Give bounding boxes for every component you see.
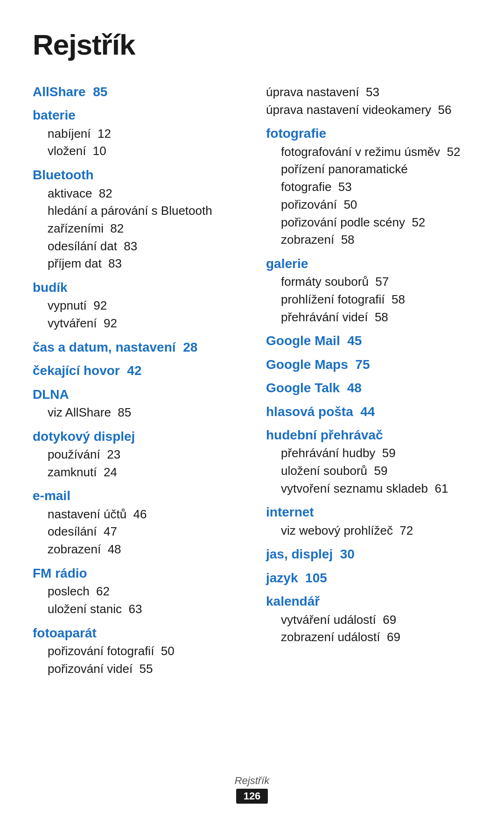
index-entry: internetviz webový prohlížeč 72 xyxy=(266,504,471,539)
index-entry: DLNAviz AllShare 85 xyxy=(33,386,238,422)
entry-items: úprava nastavení 53úprava nastavení vide… xyxy=(266,84,471,119)
index-entry: jazyk 105 xyxy=(266,570,471,587)
entry-header: Google Mail 45 xyxy=(266,332,471,349)
entry-header: jazyk 105 xyxy=(266,570,471,587)
entry-item: úprava nastavení videokamery 56 xyxy=(266,101,471,119)
index-entry: dotykový displejpoužívání 23zamknutí 24 xyxy=(33,428,238,481)
page-title: Rejstřík xyxy=(33,28,471,61)
entry-items: viz webový prohlížeč 72 xyxy=(281,522,471,540)
entry-items: vytváření událostí 69zobrazení událostí … xyxy=(281,611,471,646)
entry-item: pořizování fotografií 50 xyxy=(48,643,238,660)
index-entry: baterienabíjení 12vložení 10 xyxy=(33,107,238,160)
entry-item: odesílání 47 xyxy=(48,523,238,541)
footer-label: Rejstřík xyxy=(0,775,504,787)
entry-header: fotoaparát xyxy=(33,625,238,642)
entry-item: prohlížení fotografií 58 xyxy=(281,291,471,309)
entry-header: Google Maps 75 xyxy=(266,356,471,373)
footer-pagenum: 126 xyxy=(236,789,268,804)
entry-items: nastavení účtů 46odesílání 47zobrazení 4… xyxy=(48,506,238,558)
index-entry: jas, displej 30 xyxy=(266,546,471,563)
entry-header: dotykový displej xyxy=(33,428,238,445)
entry-item: nastavení účtů 46 xyxy=(48,506,238,523)
index-entry: čekající hovor 42 xyxy=(33,362,238,379)
entry-item: pořizování podle scény 52 xyxy=(281,214,471,232)
entry-header: FM rádio xyxy=(33,565,238,582)
entry-item: zamknutí 24 xyxy=(48,464,238,481)
index-entry: e-mailnastavení účtů 46odesílání 47zobra… xyxy=(33,488,238,558)
entry-item: nabíjení 12 xyxy=(48,125,238,143)
entry-item: vložení 10 xyxy=(48,142,238,160)
index-entry: čas a datum, nastavení 28 xyxy=(33,339,238,356)
entry-header: Google Talk 48 xyxy=(266,380,471,396)
entry-items: viz AllShare 85 xyxy=(48,404,238,422)
entry-item: aktivace 82 xyxy=(48,185,238,203)
index-entry: fotografiefotografování v režimu úsměv 5… xyxy=(266,125,471,249)
entry-items: přehrávání hudby 59uložení souborů 59vyt… xyxy=(281,445,471,497)
entry-item: formáty souborů 57 xyxy=(281,273,471,291)
left-column: AllShare 85baterienabíjení 12vložení 10B… xyxy=(33,84,238,684)
entry-item: uložení souborů 59 xyxy=(281,462,471,480)
entry-item: vytváření událostí 69 xyxy=(281,611,471,629)
entry-header: Bluetooth xyxy=(33,167,238,184)
entry-items: používání 23zamknutí 24 xyxy=(48,446,238,481)
index-entry: galerieformáty souborů 57prohlížení foto… xyxy=(266,255,471,326)
entry-header: e-mail xyxy=(33,488,238,504)
entry-header: baterie xyxy=(33,107,238,124)
index-entry: Google Mail 45 xyxy=(266,332,471,349)
index-entry: Bluetoothaktivace 82hledání a párování s… xyxy=(33,167,238,273)
entry-items: nabíjení 12vložení 10 xyxy=(48,125,238,160)
index-columns: AllShare 85baterienabíjení 12vložení 10B… xyxy=(33,84,471,684)
entry-items: vypnutí 92vytváření 92 xyxy=(48,297,238,332)
index-entry: Google Talk 48 xyxy=(266,380,471,396)
entry-header: čas a datum, nastavení 28 xyxy=(33,339,238,356)
entry-item: viz AllShare 85 xyxy=(48,404,238,422)
entry-item: zobrazení událostí 69 xyxy=(281,629,471,646)
entry-item: pořízení panoramatické fotografie 53 xyxy=(281,161,471,196)
entry-item: hledání a párování s Bluetooth zařízením… xyxy=(48,202,238,237)
entry-item: zobrazení 58 xyxy=(281,231,471,249)
entry-item: používání 23 xyxy=(48,446,238,464)
entry-items: poslech 62uložení stanic 63 xyxy=(48,583,238,618)
entry-items: pořizování fotografií 50pořizování videí… xyxy=(48,643,238,678)
entry-header: DLNA xyxy=(33,386,238,403)
entry-item: poslech 62 xyxy=(48,583,238,601)
index-entry: budíkvypnutí 92vytváření 92 xyxy=(33,279,238,332)
entry-item: příjem dat 83 xyxy=(48,255,238,273)
entry-header: jas, displej 30 xyxy=(266,546,471,563)
entry-item: přehrávání videí 58 xyxy=(281,309,471,326)
entry-item: pořizování 50 xyxy=(281,196,471,214)
entry-item: odesílání dat 83 xyxy=(48,238,238,255)
entry-item: zobrazení 48 xyxy=(48,541,238,558)
entry-header: AllShare 85 xyxy=(33,84,238,100)
entry-items: formáty souborů 57prohlížení fotografií … xyxy=(281,273,471,326)
entry-item: vypnutí 92 xyxy=(48,297,238,315)
index-entry: hlasová pošta 44 xyxy=(266,403,471,420)
index-entry: FM rádioposlech 62uložení stanic 63 xyxy=(33,565,238,618)
entry-header: fotografie xyxy=(266,125,471,142)
entry-item: přehrávání hudby 59 xyxy=(281,445,471,462)
index-entry: Google Maps 75 xyxy=(266,356,471,373)
entry-header: hudební přehrávač xyxy=(266,427,471,444)
entry-header: kalendář xyxy=(266,593,471,610)
entry-item: úprava nastavení 53 xyxy=(266,84,471,101)
index-entry: AllShare 85 xyxy=(33,84,238,100)
index-entry: hudební přehrávačpřehrávání hudby 59ulož… xyxy=(266,427,471,497)
page-footer: Rejstřík 126 xyxy=(0,775,504,804)
index-entry: kalendářvytváření událostí 69zobrazení u… xyxy=(266,593,471,646)
entry-header: čekající hovor 42 xyxy=(33,362,238,379)
entry-item: pořizování videí 55 xyxy=(48,660,238,678)
entry-header: budík xyxy=(33,279,238,296)
entry-header: hlasová pošta 44 xyxy=(266,403,471,420)
entry-items: fotografování v režimu úsměv 52pořízení … xyxy=(281,143,471,249)
entry-item: fotografování v režimu úsměv 52 xyxy=(281,143,471,161)
right-column: úprava nastavení 53úprava nastavení vide… xyxy=(266,84,471,653)
index-entry: fotoaparátpořizování fotografií 50pořizo… xyxy=(33,625,238,678)
index-entry: úprava nastavení 53úprava nastavení vide… xyxy=(266,84,471,119)
entry-item: uložení stanic 63 xyxy=(48,601,238,618)
entry-header: galerie xyxy=(266,255,471,272)
entry-item: vytvoření seznamu skladeb 61 xyxy=(281,480,471,498)
entry-item: viz webový prohlížeč 72 xyxy=(281,522,471,540)
entry-items: aktivace 82hledání a párování s Bluetoot… xyxy=(48,185,238,273)
entry-item: vytváření 92 xyxy=(48,315,238,332)
entry-header: internet xyxy=(266,504,471,521)
